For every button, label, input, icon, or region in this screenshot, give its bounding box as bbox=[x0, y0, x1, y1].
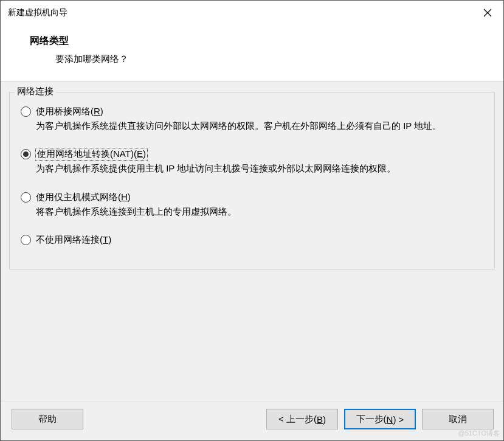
option-bridged-label: 使用桥接网络(R) bbox=[36, 106, 103, 117]
option-bridged-row[interactable]: 使用桥接网络(R) bbox=[21, 106, 483, 117]
window-title: 新建虚拟机向导 bbox=[8, 7, 67, 18]
option-bridged: 使用桥接网络(R) 为客户机操作系统提供直接访问外部以太网网络的权限。客户机在外… bbox=[21, 106, 483, 133]
page-subtitle: 要添加哪类网络？ bbox=[55, 54, 492, 65]
radio-nat[interactable] bbox=[21, 149, 31, 159]
next-button[interactable]: 下一步(N) > bbox=[344, 409, 416, 429]
option-nat-row[interactable]: 使用网络地址转换(NAT)(E) bbox=[21, 148, 483, 160]
option-hostonly: 使用仅主机模式网络(H) 将客户机操作系统连接到主机上的专用虚拟网络。 bbox=[21, 192, 483, 218]
radio-none[interactable] bbox=[21, 235, 31, 245]
option-nat: 使用网络地址转换(NAT)(E) 为客户机操作系统提供使用主机 IP 地址访问主… bbox=[21, 148, 483, 175]
option-nat-label: 使用网络地址转换(NAT)(E) bbox=[36, 148, 147, 160]
option-hostonly-label: 使用仅主机模式网络(H) bbox=[36, 192, 131, 203]
option-nat-desc: 为客户机操作系统提供使用主机 IP 地址访问主机拨号连接或外部以太网网络连接的权… bbox=[36, 161, 483, 175]
option-hostonly-desc: 将客户机操作系统连接到主机上的专用虚拟网络。 bbox=[36, 204, 483, 218]
wizard-window: 新建虚拟机向导 网络类型 要添加哪类网络？ 网络连接 使用桥接网络(R) 为客户… bbox=[0, 0, 504, 441]
option-hostonly-row[interactable]: 使用仅主机模式网络(H) bbox=[21, 192, 483, 203]
titlebar: 新建虚拟机向导 bbox=[1, 1, 503, 24]
radio-bridged[interactable] bbox=[21, 106, 31, 117]
network-connection-group: 网络连接 使用桥接网络(R) 为客户机操作系统提供直接访问外部以太网网络的权限。… bbox=[9, 92, 495, 269]
back-button[interactable]: < 上一步(B) bbox=[266, 409, 338, 429]
close-icon[interactable] bbox=[478, 5, 497, 20]
option-none-label: 不使用网络连接(T) bbox=[36, 234, 111, 246]
radio-hostonly[interactable] bbox=[21, 192, 31, 203]
option-none-row[interactable]: 不使用网络连接(T) bbox=[21, 234, 483, 246]
cancel-button[interactable]: 取消 bbox=[422, 409, 494, 429]
wizard-header: 网络类型 要添加哪类网络？ bbox=[1, 24, 503, 82]
option-none: 不使用网络连接(T) bbox=[21, 234, 483, 246]
help-button[interactable]: 帮助 bbox=[12, 409, 83, 429]
option-bridged-desc: 为客户机操作系统提供直接访问外部以太网网络的权限。客户机在外部网络上必须有自己的… bbox=[36, 119, 483, 133]
content-area: 网络连接 使用桥接网络(R) 为客户机操作系统提供直接访问外部以太网网络的权限。… bbox=[1, 82, 503, 401]
page-title: 网络类型 bbox=[30, 35, 492, 47]
group-legend: 网络连接 bbox=[15, 86, 56, 97]
wizard-footer: 帮助 < 上一步(B) 下一步(N) > 取消 bbox=[1, 401, 503, 440]
